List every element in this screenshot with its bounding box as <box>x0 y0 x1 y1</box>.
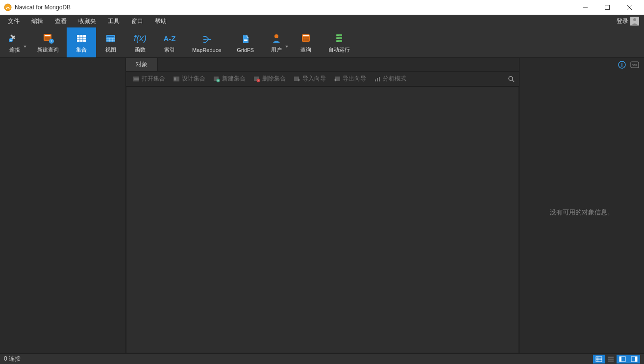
list-icon <box>607 356 614 362</box>
titlebar: Navicat for MongoDB <box>0 0 644 15</box>
right-panel-header: DDL <box>520 58 644 72</box>
svg-rect-60 <box>379 77 380 81</box>
tool-index[interactable]: A-Z 索引 <box>155 27 184 57</box>
statusbar: 0 连接 <box>0 353 644 364</box>
avatar-icon <box>630 17 639 26</box>
svg-rect-20 <box>107 36 114 37</box>
pane-right-icon <box>631 356 638 362</box>
info-icon <box>618 61 626 69</box>
svg-rect-57 <box>335 77 340 81</box>
svg-rect-2 <box>605 5 609 10</box>
tool-function[interactable]: f(x) 函数 <box>125 27 155 57</box>
minimize-button[interactable] <box>574 0 596 15</box>
menu-edit[interactable]: 编辑 <box>25 15 49 27</box>
action-label: 导出向导 <box>343 75 366 83</box>
view-pane-left-button[interactable] <box>617 355 628 364</box>
right-panel-body: 没有可用的对象信息。 <box>520 72 644 353</box>
view-list-button[interactable] <box>605 355 617 364</box>
autorun-icon: ✓✓✓ <box>332 31 346 45</box>
connection-count: 0 连接 <box>4 355 21 363</box>
tool-new-query[interactable]: + 新建查询 <box>29 27 67 57</box>
tool-view[interactable]: 视图 <box>96 27 125 57</box>
tool-mapreduce[interactable]: MapReduce <box>184 27 229 57</box>
menu-file[interactable]: 文件 <box>2 15 25 27</box>
action-label: 设计集合 <box>182 75 205 83</box>
svg-text:+: + <box>50 39 52 44</box>
center-panel: 对象 打开集合 设计集合 + 新建集合 - 删除集合 导入向导 <box>126 58 519 353</box>
view-details-button[interactable] <box>593 355 605 364</box>
menu-window[interactable]: 窗口 <box>125 15 149 27</box>
view-pane-right-button[interactable] <box>628 355 640 364</box>
login-button[interactable]: 登录 <box>614 15 642 27</box>
tabbar: 对象 <box>126 58 519 72</box>
pane-left-icon <box>619 356 626 362</box>
user-icon <box>270 31 283 45</box>
svg-text:A-Z: A-Z <box>164 34 176 43</box>
tool-label: GridFS <box>237 47 254 53</box>
chevron-down-icon <box>24 46 26 48</box>
action-label: 删除集合 <box>262 75 286 83</box>
new-query-icon: + <box>41 31 55 45</box>
svg-text:+: + <box>10 38 12 43</box>
search-button[interactable] <box>507 75 515 83</box>
svg-rect-36 <box>303 37 309 41</box>
tool-label: MapReduce <box>192 47 221 53</box>
menu-favorites[interactable]: 收藏夹 <box>73 15 102 27</box>
tool-query[interactable]: 查询 <box>291 27 321 57</box>
svg-rect-68 <box>596 357 602 362</box>
left-sidebar[interactable] <box>0 58 126 353</box>
svg-rect-76 <box>619 357 621 362</box>
close-button[interactable] <box>618 0 640 15</box>
tool-gridfs[interactable]: GridFS <box>229 27 262 57</box>
export-icon <box>334 76 341 82</box>
tool-collection[interactable]: 集合 <box>67 27 96 57</box>
action-new-collection[interactable]: + 新建集合 <box>210 74 248 84</box>
svg-text:f(x): f(x) <box>134 33 147 43</box>
ddl-icon: DDL <box>630 61 639 68</box>
no-info-text: 没有可用的对象信息。 <box>550 208 614 217</box>
tool-user[interactable]: 用户 <box>262 27 291 57</box>
svg-point-6 <box>633 18 636 21</box>
svg-rect-78 <box>635 357 637 362</box>
menu-help[interactable]: 帮助 <box>149 15 173 27</box>
svg-rect-10 <box>45 35 50 36</box>
tool-connection[interactable]: + 连接 <box>0 27 29 57</box>
tool-label: 索引 <box>164 46 175 53</box>
info-button[interactable] <box>618 60 626 69</box>
svg-text:-: - <box>258 79 259 82</box>
object-list-area[interactable] <box>126 86 519 353</box>
svg-rect-47 <box>134 79 139 80</box>
index-icon: A-Z <box>163 31 176 45</box>
search-icon <box>507 75 515 83</box>
delete-icon: - <box>253 76 260 82</box>
action-analyze-schema[interactable]: 分析模式 <box>371 74 409 84</box>
tool-label: 集合 <box>76 46 87 53</box>
svg-rect-49 <box>174 78 176 80</box>
menu-view[interactable]: 查看 <box>49 15 73 27</box>
svg-text:DDL: DDL <box>632 64 638 67</box>
ddl-button[interactable]: DDL <box>630 60 639 69</box>
maximize-button[interactable] <box>596 0 618 15</box>
svg-text:✓: ✓ <box>337 37 339 40</box>
connection-icon: + <box>8 31 22 45</box>
action-open-collection[interactable]: 打开集合 <box>130 74 168 84</box>
action-import-wizard[interactable]: 导入向导 <box>291 74 329 84</box>
action-design-collection[interactable]: 设计集合 <box>170 74 208 84</box>
analyze-icon <box>374 76 381 82</box>
tab-objects[interactable]: 对象 <box>126 58 158 71</box>
action-export-wizard[interactable]: 导出向导 <box>331 74 369 84</box>
chevron-down-icon <box>285 46 288 48</box>
action-delete-collection[interactable]: - 删除集合 <box>250 74 289 84</box>
details-icon <box>595 356 602 362</box>
login-label: 登录 <box>617 17 628 26</box>
window-title: Navicat for MongoDB <box>15 4 574 11</box>
svg-point-64 <box>621 63 622 64</box>
menu-tools[interactable]: 工具 <box>102 15 125 27</box>
window-controls <box>574 0 640 15</box>
mapreduce-icon <box>200 32 214 46</box>
tool-autorun[interactable]: ✓✓✓ 自动运行 <box>321 27 358 57</box>
design-icon <box>173 76 180 82</box>
import-icon <box>294 76 300 82</box>
view-icon <box>104 31 118 45</box>
svg-rect-65 <box>621 64 622 67</box>
